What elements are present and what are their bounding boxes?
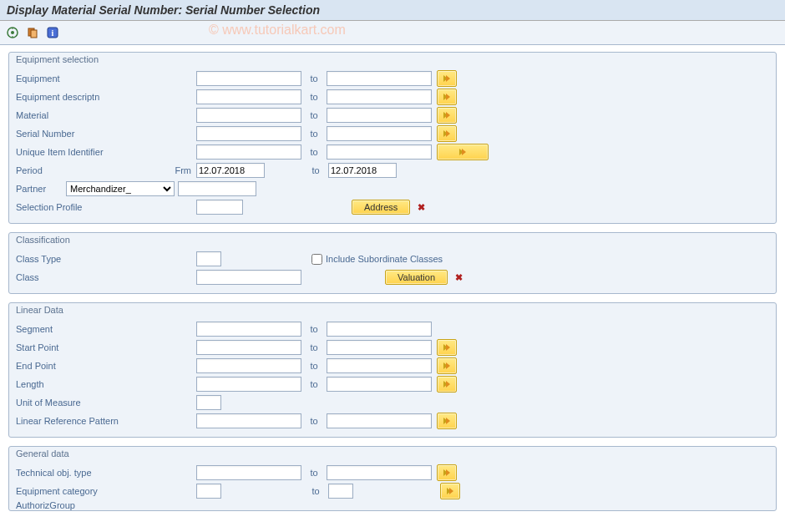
period-to-input[interactable] (328, 163, 397, 178)
lrp-to-input[interactable] (327, 413, 432, 428)
group-title-linear: Linear Data (9, 303, 776, 317)
watermark: © www.tutorialkart.com (209, 23, 346, 38)
serial-from-input[interactable] (196, 126, 301, 141)
label-equipment: Equipment (16, 73, 141, 84)
equipment-more-button[interactable] (437, 70, 457, 87)
segment-to-input[interactable] (327, 322, 432, 337)
start-from-input[interactable] (196, 340, 301, 355)
label-serial: Serial Number (16, 129, 141, 139)
group-title-classification: Classification (9, 233, 776, 246)
equip-cat-from-input[interactable] (196, 484, 221, 499)
arrow-right-icon (443, 129, 451, 138)
label-length: Length (16, 379, 141, 389)
label-segment: Segment (16, 324, 141, 334)
label-class-type: Class Type (16, 254, 141, 264)
label-partner: Partner (16, 184, 66, 194)
arrow-right-icon (443, 74, 451, 83)
svg-point-1 (11, 31, 14, 34)
equip-desc-from-input[interactable] (196, 89, 301, 104)
label-start-point: Start Point (16, 342, 141, 352)
valuation-clear-icon[interactable]: ✖ (453, 271, 464, 283)
label-class: Class (16, 272, 141, 282)
group-linear-data: Linear Data Segment to Start Point to En… (8, 302, 777, 438)
tech-obj-from-input[interactable] (196, 465, 301, 480)
label-equip-desc: Equipment descriptn (16, 92, 141, 102)
arrow-right-icon (443, 362, 451, 370)
group-title-general: General data (9, 447, 776, 460)
valuation-button[interactable]: Valuation (385, 270, 448, 285)
uii-more-button[interactable] (437, 144, 489, 160)
end-from-input[interactable] (196, 358, 301, 373)
tech-obj-more-button[interactable] (437, 464, 457, 481)
toolbar: i © www.tutorialkart.com (0, 21, 785, 45)
lrp-from-input[interactable] (196, 413, 301, 428)
include-sub-checkbox[interactable] (311, 254, 322, 265)
serial-to-input[interactable] (327, 126, 432, 141)
sel-profile-input[interactable] (196, 200, 243, 215)
svg-text:i: i (52, 28, 54, 38)
arrow-right-icon (446, 487, 454, 495)
label-lrp: Linear Reference Pattern (16, 416, 141, 426)
arrow-right-icon (443, 380, 451, 388)
arrow-right-icon (443, 417, 451, 425)
arrow-right-icon (458, 148, 467, 156)
label-period: Period (16, 165, 141, 175)
partner-value-input[interactable] (178, 181, 256, 196)
material-from-input[interactable] (196, 108, 301, 123)
uom-input[interactable] (196, 395, 221, 410)
partner-select[interactable]: Merchandizer_ (66, 181, 175, 196)
arrow-right-icon (443, 93, 451, 101)
arrow-right-icon (443, 111, 451, 119)
info-icon[interactable]: i (45, 25, 60, 40)
tech-obj-to-input[interactable] (327, 465, 432, 480)
period-from-input[interactable] (196, 163, 265, 178)
end-to-input[interactable] (327, 358, 432, 373)
length-to-input[interactable] (327, 377, 432, 392)
address-button[interactable]: Address (352, 200, 410, 215)
group-general-data: General data Technical obj. type to Equi… (8, 446, 777, 511)
class-type-input[interactable] (196, 251, 221, 266)
label-uom: Unit of Measure (16, 398, 141, 408)
equip-desc-more-button[interactable] (437, 89, 457, 105)
label-equip-cat: Equipment category (16, 486, 141, 496)
class-input[interactable] (196, 270, 301, 285)
variant-icon[interactable] (25, 25, 40, 40)
address-clear-icon[interactable]: ✖ (415, 201, 427, 213)
end-more-button[interactable] (437, 357, 457, 374)
svg-rect-5 (31, 30, 37, 38)
equip-desc-to-input[interactable] (327, 89, 432, 104)
label-period-frm: Frm (141, 165, 196, 175)
label-include-sub: Include Subordinate Classes (326, 254, 443, 264)
label-authgrp: AuthorizGroup (16, 500, 141, 510)
label-uii: Unique Item Identifier (16, 147, 141, 157)
execute-icon[interactable] (5, 25, 20, 40)
material-more-button[interactable] (437, 107, 457, 124)
label-end-point: End Point (16, 361, 141, 371)
arrow-right-icon (443, 469, 451, 477)
lrp-more-button[interactable] (437, 413, 457, 429)
equipment-to-input[interactable] (327, 71, 432, 86)
label-sel-profile: Selection Profile (16, 202, 141, 212)
uii-from-input[interactable] (196, 144, 301, 160)
page-title: Display Material Serial Number: Serial N… (0, 0, 785, 21)
serial-more-button[interactable] (437, 125, 457, 142)
group-title-equipment: Equipment selection (9, 53, 776, 66)
arrow-right-icon (443, 343, 451, 352)
label-material: Material (16, 110, 141, 120)
equip-cat-more-button[interactable] (440, 483, 460, 499)
length-from-input[interactable] (196, 377, 301, 392)
material-to-input[interactable] (327, 108, 432, 123)
segment-from-input[interactable] (196, 322, 301, 337)
label-tech-obj: Technical obj. type (16, 468, 141, 478)
equip-cat-to-input[interactable] (328, 484, 353, 499)
uii-to-input[interactable] (327, 144, 432, 160)
content: Equipment selection Equipment to Equipme… (0, 45, 785, 511)
start-more-button[interactable] (437, 339, 457, 356)
group-equipment-selection: Equipment selection Equipment to Equipme… (8, 52, 777, 224)
equipment-from-input[interactable] (196, 71, 301, 86)
to-label: to (301, 73, 327, 84)
group-classification: Classification Class Type Include Subord… (8, 232, 777, 294)
start-to-input[interactable] (327, 340, 432, 355)
length-more-button[interactable] (437, 376, 457, 393)
